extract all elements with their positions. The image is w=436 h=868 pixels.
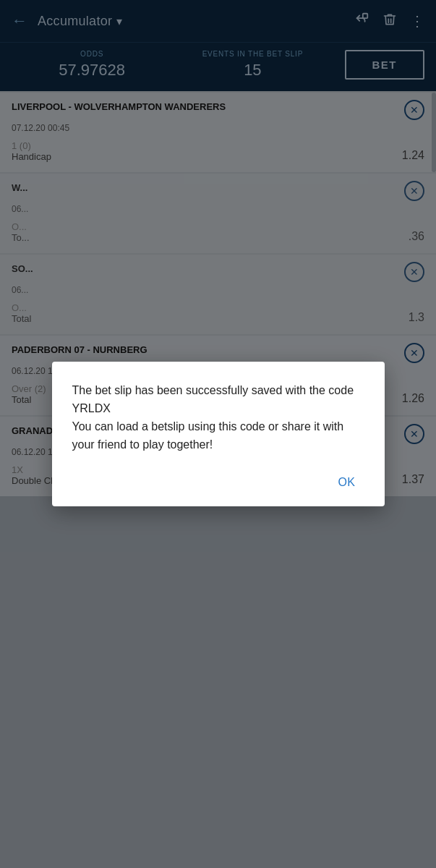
modal-overlay: The bet slip has been successfully saved… (0, 0, 436, 868)
dialog-ok-button[interactable]: OK (329, 472, 364, 493)
dialog-actions: OK (72, 472, 364, 493)
dialog: The bet slip has been successfully saved… (52, 362, 385, 506)
dialog-message: The bet slip has been successfully saved… (72, 382, 364, 454)
